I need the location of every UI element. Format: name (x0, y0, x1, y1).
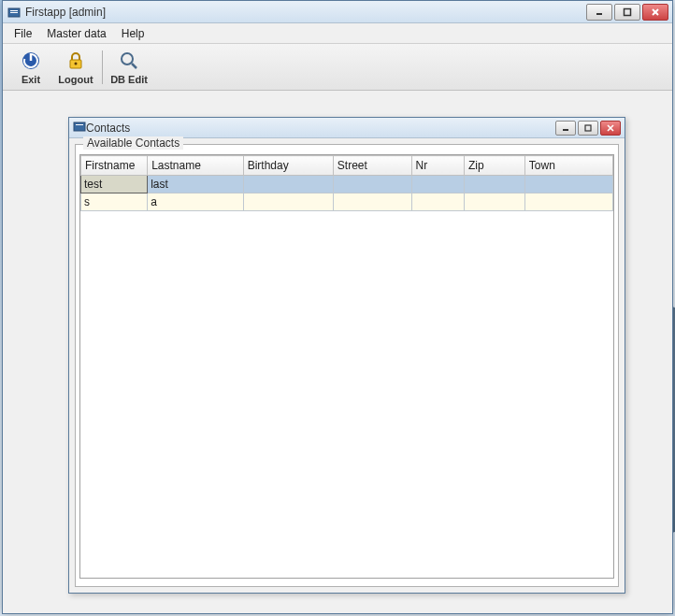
svg-point-11 (75, 62, 78, 64)
svg-rect-14 (74, 122, 85, 131)
col-street[interactable]: Street (333, 156, 411, 176)
svg-rect-4 (625, 8, 631, 15)
col-zip[interactable]: Zip (464, 156, 524, 176)
contacts-minimize-button[interactable] (555, 121, 576, 136)
cell-zip[interactable] (464, 176, 524, 193)
client-area: Contacts Available Contacts (3, 91, 672, 613)
table-row[interactable]: s a (81, 193, 613, 211)
cell-zip[interactable] (464, 193, 524, 211)
logout-label: Logout (58, 74, 93, 85)
exit-button[interactable]: Exit (8, 46, 53, 89)
contacts-close-button[interactable] (600, 121, 621, 136)
svg-line-13 (132, 64, 136, 68)
contacts-maximize-button[interactable] (578, 121, 598, 136)
lock-icon (65, 50, 87, 72)
cell-firstname[interactable]: s (81, 193, 148, 211)
table-header-row: Firstname Lastname Birthday Street Nr Zi… (81, 156, 613, 176)
close-button[interactable] (642, 4, 668, 21)
col-firstname[interactable]: Firstname (81, 156, 148, 176)
menu-help[interactable]: Help (114, 25, 152, 42)
col-nr[interactable]: Nr (411, 156, 464, 176)
toolbar-separator (102, 50, 103, 84)
cell-nr[interactable] (411, 193, 464, 211)
cell-town[interactable] (524, 193, 612, 211)
cell-birthday[interactable] (243, 176, 333, 193)
cell-town[interactable] (524, 176, 612, 193)
main-window: Firstapp [admin] File Master data Help E… (2, 0, 673, 614)
cell-firstname[interactable]: test (81, 176, 148, 193)
cell-lastname[interactable]: last (148, 176, 244, 193)
power-icon (20, 50, 42, 72)
toolbar: Exit Logout DB Edit (3, 44, 672, 91)
contacts-table-wrap: Firstname Lastname Birthday Street Nr Zi… (79, 154, 614, 579)
group-box-label: Available Contacts (83, 136, 183, 150)
logout-button[interactable]: Logout (53, 46, 98, 89)
contacts-window-controls (555, 121, 621, 136)
db-edit-label: DB Edit (110, 74, 148, 85)
contacts-window-icon (73, 120, 86, 136)
svg-rect-2 (10, 12, 18, 13)
menubar: File Master data Help (3, 23, 672, 44)
main-window-title: Firstapp [admin] (25, 6, 586, 19)
col-birthday[interactable]: Birthday (243, 156, 333, 176)
main-titlebar[interactable]: Firstapp [admin] (3, 1, 672, 23)
col-town[interactable]: Town (524, 156, 612, 176)
col-lastname[interactable]: Lastname (148, 156, 244, 176)
svg-rect-1 (10, 10, 18, 11)
menu-file[interactable]: File (7, 25, 39, 42)
cell-nr[interactable] (411, 176, 464, 193)
menu-master-data[interactable]: Master data (39, 25, 113, 42)
contacts-window-title: Contacts (86, 122, 555, 135)
svg-point-12 (122, 53, 133, 64)
exit-label: Exit (22, 74, 40, 85)
minimize-button[interactable] (586, 4, 612, 21)
cell-birthday[interactable] (243, 193, 333, 211)
contacts-table[interactable]: Firstname Lastname Birthday Street Nr Zi… (80, 155, 613, 211)
svg-rect-15 (76, 124, 83, 125)
db-edit-button[interactable]: DB Edit (107, 46, 151, 89)
svg-rect-17 (585, 125, 591, 131)
cell-lastname[interactable]: a (148, 193, 244, 211)
cell-street[interactable] (333, 176, 411, 193)
maximize-button[interactable] (614, 4, 640, 21)
main-window-controls (586, 4, 668, 21)
cell-street[interactable] (333, 193, 411, 211)
available-contacts-group: Available Contacts Firstname Lastname Bi… (75, 144, 619, 587)
table-row[interactable]: test last (81, 176, 613, 193)
magnifier-icon (118, 50, 140, 72)
app-icon (7, 5, 22, 20)
contacts-window: Contacts Available Contacts (68, 117, 625, 594)
contacts-titlebar[interactable]: Contacts (69, 118, 625, 138)
